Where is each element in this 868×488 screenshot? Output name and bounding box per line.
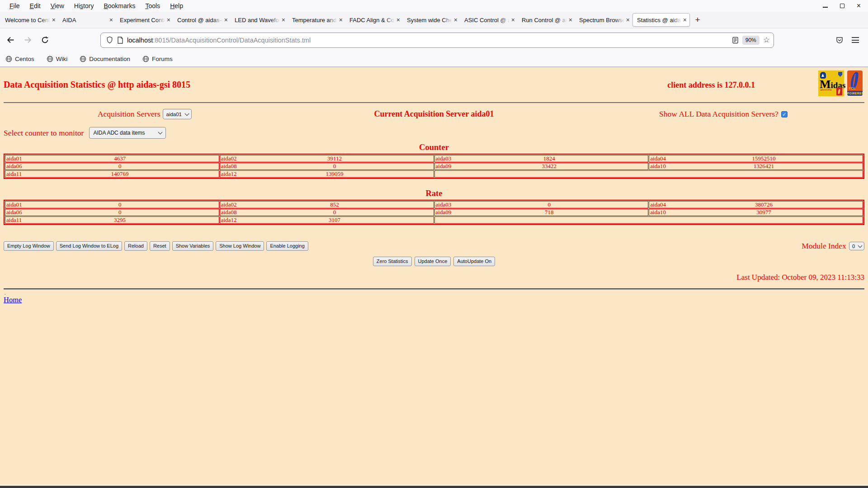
app-menu-icon[interactable] [852, 37, 859, 43]
tab-control-aidas[interactable]: Control @ aidas-gsi× [173, 13, 231, 27]
page-title: Data Acquisition Statistics @ http aidas… [4, 67, 190, 90]
maximize-icon[interactable] [840, 4, 844, 8]
last-updated-text: Last Updated: October 09, 2023 11:13:33 [0, 273, 868, 282]
navigation-toolbar: localhost:8015/DataAcquisitionControl/Da… [0, 28, 868, 52]
tab-close-icon[interactable]: × [222, 16, 228, 23]
menu-tools[interactable]: Tools [140, 2, 165, 9]
module-index-box: Module Index 0 [802, 241, 864, 251]
tab-welcome-centos[interactable]: Welcome to CentOS× [1, 13, 58, 27]
menu-view[interactable]: View [46, 2, 69, 9]
show-log-window-button[interactable]: Show Log Window [216, 241, 264, 251]
acquisition-servers-cell: Acquisition Servers aida01 [0, 109, 289, 119]
empty-log-window-button[interactable]: Empty Log Window [4, 241, 54, 251]
counter-select-row: Select counter to monitor AIDA ADC data … [0, 127, 868, 139]
home-link[interactable]: Home [4, 296, 22, 305]
zero-statistics-button[interactable]: Zero Statistics [373, 257, 412, 266]
table-row: aida11140769 aida12139059 [5, 170, 863, 178]
module-index-label: Module Index [802, 241, 846, 251]
tcl-mini-icon [836, 88, 842, 95]
show-all-label: Show ALL Data Acquisition Servers? [659, 109, 778, 119]
reset-button[interactable]: Reset [150, 241, 170, 251]
tab-close-icon[interactable]: × [624, 16, 630, 23]
menu-history[interactable]: History [69, 2, 99, 9]
rate-table: aida010 aida02852 aida030 aida04380726 a… [4, 200, 864, 225]
url-bar[interactable]: localhost:8015/DataAcquisitionControl/Da… [100, 33, 774, 48]
tab-close-icon[interactable]: × [395, 16, 400, 23]
table-row: aida060 aida080 aida09718 aida1030977 [5, 209, 863, 216]
bookmark-wiki[interactable]: Wiki [47, 56, 68, 62]
show-variables-button[interactable]: Show Variables [172, 241, 214, 251]
reload-button[interactable]: Reload [124, 241, 147, 251]
chevron-down-icon [858, 243, 863, 248]
pocket-icon[interactable] [835, 36, 844, 44]
browser-window: File Edit View History Bookmarks Tools H… [0, 0, 868, 488]
bookmark-centos[interactable]: Centos [5, 56, 34, 62]
select-counter-label: Select counter to monitor [4, 128, 84, 138]
tcl-powered-logo: TCL POWERED [847, 70, 863, 96]
window-bottom-edge [0, 486, 868, 488]
server-controls-row: Acquisition Servers aida01 Current Acqui… [0, 109, 868, 119]
update-once-button[interactable]: Update Once [415, 257, 451, 266]
tab-close-icon[interactable]: × [108, 16, 113, 23]
tab-close-icon[interactable]: × [337, 16, 343, 23]
tab-fadc-align[interactable]: FADC Align & Contr× [345, 13, 403, 27]
show-all-checkbox[interactable]: ✓ [781, 111, 788, 117]
divider [4, 102, 864, 103]
new-tab-button[interactable]: + [690, 13, 705, 27]
send-log-to-elog-button[interactable]: Send Log Window to ELog [56, 241, 122, 251]
zoom-level-badge[interactable]: 90% [742, 36, 760, 45]
close-window-icon[interactable]: × [857, 3, 861, 9]
menu-bar: File Edit View History Bookmarks Tools H… [0, 0, 868, 12]
bookmarks-toolbar: Centos Wiki Documentation Forums [0, 52, 868, 67]
bookmark-star-icon[interactable]: ☆ [763, 37, 770, 44]
bookmark-forums[interactable]: Forums [142, 56, 173, 62]
table-row: aida010 aida02852 aida030 aida04380726 [5, 201, 863, 208]
autoupdate-on-button[interactable]: AutoUpdate On [453, 257, 495, 266]
module-index-select[interactable]: 0 [849, 242, 864, 250]
tab-close-icon[interactable]: × [681, 16, 687, 23]
log-buttons-row: Empty Log Window Send Log Window to ELog… [4, 241, 864, 251]
tab-close-icon[interactable]: × [567, 16, 572, 23]
enable-logging-button[interactable]: Enable Logging [266, 241, 308, 251]
tab-system-check[interactable]: System wide Check× [403, 13, 460, 27]
acquisition-server-select[interactable]: aida01 [163, 109, 192, 119]
update-buttons-row: Zero Statistics Update Once AutoUpdate O… [0, 257, 868, 266]
tab-close-icon[interactable]: × [50, 16, 56, 23]
tab-close-icon[interactable]: × [509, 16, 515, 23]
back-icon[interactable] [4, 33, 17, 47]
tab-close-icon[interactable]: × [165, 16, 170, 23]
tab-bar: Welcome to CentOS× AIDA× Experiment Cont… [0, 12, 868, 28]
stray-mark: . [5, 291, 868, 295]
tab-asic-control[interactable]: ASIC Control @ aida× [460, 13, 518, 27]
tab-aida[interactable]: AIDA× [58, 13, 116, 27]
menu-file[interactable]: File [5, 2, 25, 9]
empty-cell [434, 216, 863, 224]
bookmark-documentation[interactable]: Documentation [80, 56, 130, 62]
tab-close-icon[interactable]: × [452, 16, 458, 23]
counter-type-select[interactable]: AIDA ADC data items [89, 127, 166, 139]
counter-heading: Counter [0, 143, 868, 152]
tab-temperature[interactable]: Temperature and sy× [288, 13, 345, 27]
tab-statistics-active[interactable]: Statistics @ aidas-g× [632, 13, 690, 27]
window-controls: × [823, 3, 861, 9]
midas-logo: Midas powered by [818, 70, 844, 96]
globe-icon [142, 56, 149, 62]
table-row: aida014637 aida0239112 aida031824 aida04… [5, 155, 863, 162]
tab-close-icon[interactable]: × [280, 16, 285, 23]
menu-help[interactable]: Help [165, 2, 188, 9]
tab-run-control[interactable]: Run Control @ aidas× [518, 13, 575, 27]
tab-experiment-control[interactable]: Experiment Control× [116, 13, 173, 27]
menu-edit[interactable]: Edit [25, 2, 46, 9]
minimize-icon[interactable] [823, 7, 828, 8]
page-proxy-icon[interactable] [117, 37, 123, 44]
url-text[interactable]: localhost:8015/DataAcquisitionControl/Da… [127, 37, 311, 44]
reload-icon[interactable] [38, 33, 52, 47]
chevron-down-icon [185, 111, 189, 116]
menu-bookmarks[interactable]: Bookmarks [99, 2, 140, 9]
shield-icon[interactable] [106, 36, 113, 44]
forward-icon[interactable] [21, 33, 34, 47]
acquisition-servers-label: Acquisition Servers [98, 109, 160, 119]
tab-spectrum-browser[interactable]: Spectrum Browser× [575, 13, 632, 27]
reader-mode-icon[interactable] [732, 37, 739, 44]
tab-led-waveform[interactable]: LED and Waveform× [231, 13, 288, 27]
